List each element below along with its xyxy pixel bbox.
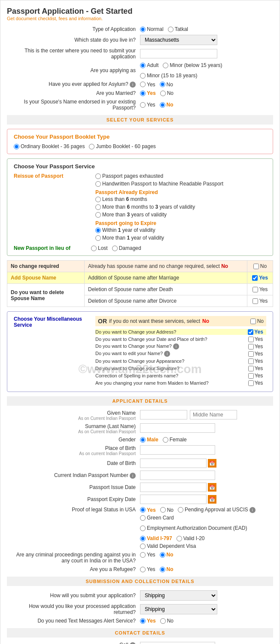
lost-radio[interactable]: Lost (91, 245, 108, 251)
green-card-radio[interactable]: Green Card (140, 515, 174, 521)
dob-input[interactable]: 27 Feb 1981 (140, 459, 207, 468)
emp-auth-radio[interactable]: Employment Authorization Document (EAD) (140, 525, 247, 531)
no-change-label: No change required (7, 261, 85, 272)
misc-name-checkbox[interactable] (248, 344, 254, 349)
submission-section-divider: SUBMISSION AND COLLECTION DETAILS (7, 577, 273, 586)
misc-appearance-checkbox[interactable] (248, 358, 254, 364)
uscis-info-icon[interactable]: i (250, 507, 256, 513)
misc-name-info-icon[interactable]: i (173, 343, 179, 349)
add-spouse-label: Add Spouse Name (7, 272, 85, 284)
return-select[interactable]: Shipping (140, 604, 217, 614)
criminal-yes-radio[interactable]: Yes (140, 552, 155, 558)
adult-radio[interactable]: Adult (140, 62, 158, 68)
pages-exhausted-radio[interactable]: Passport pages exhausted (95, 173, 266, 179)
misc-title: Choose Your Miscellaneous Service (14, 316, 91, 328)
misc-row-spelling: Correction of Spelling in parents name? … (95, 373, 266, 379)
given-name-input[interactable]: Anil (140, 410, 187, 419)
misc-address-checkbox[interactable] (248, 329, 253, 335)
legal-no-radio[interactable]: No (160, 507, 173, 513)
criminal-no-radio[interactable]: No (160, 552, 173, 558)
refugee-no-radio[interactable]: No (160, 566, 173, 572)
delete-divorce-checkbox[interactable] (253, 298, 258, 304)
delete-death-checkbox[interactable] (253, 287, 258, 292)
married-label: Are you Married? (7, 90, 140, 96)
within-1yr-radio[interactable]: Within 1 year of validity (95, 227, 266, 233)
expired-heading: Passport Already Expired (95, 189, 266, 195)
add-spouse-checkbox[interactable] (252, 275, 258, 281)
given-name-label: Given Name As on Current Indian Passport (7, 410, 140, 421)
expiry-date-calendar-icon[interactable]: 📅 (208, 495, 216, 504)
female-radio[interactable]: Female (163, 437, 187, 443)
less-6-radio[interactable]: Less than 6 months (95, 196, 266, 202)
pob-input[interactable]: Delhi (140, 445, 215, 455)
dob-label: Date of Birth (7, 460, 140, 466)
asylum-info-icon[interactable]: i (130, 82, 136, 88)
type-of-application-label: Type of Application (7, 26, 140, 32)
misc-row-name: Do you want to Change your Name? i Yes (95, 343, 266, 349)
reissue-label: Reissue of Passport (14, 173, 91, 179)
asylum-yes-radio[interactable]: Yes (140, 82, 155, 88)
married-yes-radio[interactable]: Yes (140, 90, 156, 96)
add-spouse-check-cell: Yes (247, 272, 273, 284)
valid-797-radio[interactable]: Valid I-797 (140, 535, 172, 541)
misc-editname-info-icon[interactable]: i (164, 351, 170, 357)
refugee-yes-radio[interactable]: Yes (140, 566, 155, 572)
valid-120-radio[interactable]: Valid I-20 (177, 535, 205, 541)
cell-label: Cell i This has to be your own contactab… (7, 642, 140, 644)
tatkal-radio[interactable]: Tatkal (168, 26, 188, 32)
minor-below-radio[interactable]: Minor (below 15 years) (163, 62, 222, 68)
misc-no-checkbox[interactable] (250, 319, 256, 324)
misc-row-address: Do you want to Change your Address? Yes (95, 329, 266, 335)
asylum-no-radio[interactable]: No (160, 82, 173, 88)
ordinary-booklet-radio[interactable]: Ordinary Booklet - 36 pages (14, 143, 85, 149)
passport-no-info-icon[interactable]: i (130, 473, 136, 479)
middle-name-input[interactable] (190, 410, 237, 419)
male-radio[interactable]: Male (140, 437, 158, 443)
sms-yes-radio[interactable]: Yes (140, 618, 156, 624)
no-change-checkbox[interactable] (253, 264, 259, 269)
delete-divorce-check-cell: Yes (247, 295, 273, 307)
misc-spelling-checkbox[interactable] (248, 373, 254, 379)
issue-date-label: Passport Issue Date (7, 484, 140, 490)
contact-section-divider: CONTACT DETAILS (7, 628, 273, 638)
dob-calendar-icon[interactable]: 📅 (208, 459, 216, 468)
more-3-radio[interactable]: More than 3 years of validity (95, 212, 266, 218)
change-table: No change required Already has spouse na… (7, 260, 273, 307)
sms-no-radio[interactable]: No (160, 618, 173, 624)
criminal-label: Are any criminal proceedings pending aga… (7, 552, 140, 564)
asylum-label: Have you ever applied for Asylum? i (7, 81, 140, 88)
minor-15-radio[interactable]: Minor (15 to 18 years) (140, 73, 197, 79)
more-1yr-radio[interactable]: More than 1 year of validity (95, 235, 266, 241)
page-subtitle: Get document checklist, fees and informa… (7, 16, 273, 21)
cell-input[interactable]: 9841234567 (140, 642, 215, 644)
delete-death-check-cell: Yes (247, 284, 273, 295)
sms-label: Do you need Text Messages Alert Service? (7, 618, 140, 624)
dep-visa-radio[interactable]: Valid Dependent Visa (140, 543, 273, 549)
more-6-3-radio[interactable]: More than 6 months to 3 years of validit… (95, 204, 266, 210)
legal-yes-radio[interactable]: Yes (140, 507, 156, 513)
misc-row-maiden: Are you changing your name from Maiden t… (95, 380, 266, 386)
spouse-no-radio[interactable]: No (160, 102, 173, 108)
submit-select[interactable]: Shipping (140, 590, 217, 601)
cell-info-icon[interactable]: i (130, 642, 136, 644)
issue-date-input[interactable]: 01 Jan 2006 (140, 483, 207, 492)
normal-radio[interactable]: Normal (140, 26, 164, 32)
handwritten-radio[interactable]: Handwritten Passport to Machine Readable… (95, 181, 266, 187)
misc-row-edit-name: Do you want to edit your Name? i Yes (95, 351, 266, 357)
jumbo-booklet-radio[interactable]: Jumbo Booklet - 60 pages (89, 143, 155, 149)
expiry-date-input[interactable]: 31 Dec 2015 (140, 495, 207, 504)
passport-no-input[interactable]: F1887899 (140, 471, 215, 480)
legal-pending-radio[interactable]: Pending Approval at USCIS i (178, 507, 256, 513)
misc-row-signature: Do you want to Change your Signature? Ye… (95, 365, 266, 371)
state-select[interactable]: Massachusetts (140, 35, 217, 45)
surname-input[interactable]: Gupta (140, 423, 215, 433)
applicant-section-divider: APPLICANT DETAILS (7, 396, 273, 406)
spouse-yes-radio[interactable]: Yes (140, 102, 155, 108)
misc-maiden-checkbox[interactable] (248, 380, 254, 386)
misc-signature-checkbox[interactable] (248, 366, 254, 371)
misc-dob-checkbox[interactable] (248, 337, 254, 342)
married-no-radio[interactable]: No (160, 90, 173, 96)
damaged-radio[interactable]: Damaged (112, 245, 141, 251)
misc-editname-checkbox[interactable] (248, 351, 254, 357)
issue-date-calendar-icon[interactable]: 📅 (208, 483, 216, 492)
